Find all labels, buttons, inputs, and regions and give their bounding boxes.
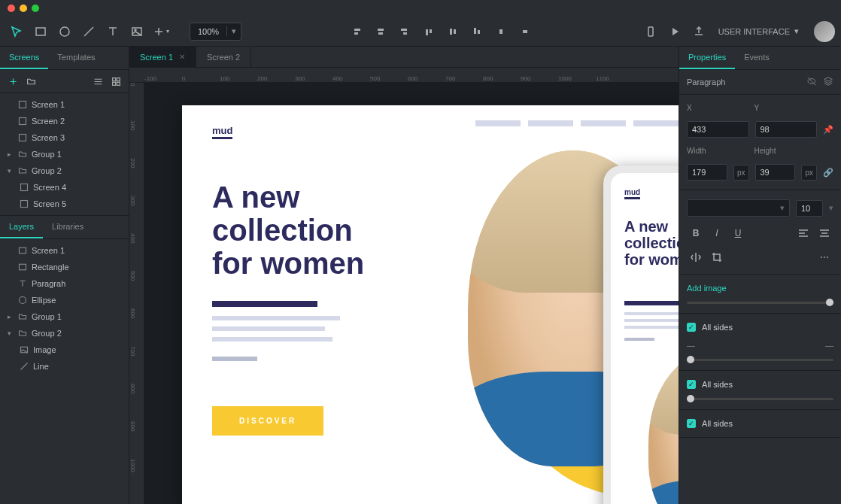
pointer-tool[interactable] [6, 21, 27, 42]
line-tool[interactable] [78, 21, 99, 42]
height-label: Height [754, 147, 785, 155]
all-sides-checkbox[interactable]: ✓ [687, 380, 696, 389]
italic-icon[interactable]: I [708, 224, 726, 242]
font-family-select[interactable]: ▾ [687, 199, 790, 217]
user-menu[interactable]: USER INTERFACE ▾ [712, 26, 805, 36]
align-left-text-icon[interactable] [794, 224, 812, 242]
text-placeholder [212, 316, 340, 367]
close-tab-icon[interactable]: ✕ [179, 53, 185, 61]
border-slider[interactable] [687, 359, 833, 361]
tab-layers[interactable]: Layers [0, 216, 43, 238]
layer-item[interactable]: Screen 1 [0, 242, 129, 259]
layer-group-item[interactable]: ▸Group 1 [0, 308, 129, 325]
width-input[interactable] [687, 164, 727, 181]
rectangle-tool[interactable] [30, 21, 51, 42]
svg-rect-6 [117, 77, 120, 80]
text-tool[interactable] [102, 21, 123, 42]
pin-icon[interactable]: 📌 [823, 125, 833, 135]
font-size-dd[interactable]: ▾ [829, 203, 833, 213]
layer-item[interactable]: Paragrah [0, 275, 129, 292]
screen-item[interactable]: Screen 5 [0, 196, 129, 212]
x-input[interactable] [687, 121, 749, 138]
group-item[interactable]: ▾Group 2 [0, 162, 129, 179]
tab-properties[interactable]: Properties [679, 47, 735, 69]
main-toolbar: ▾ 100% ▾ USER INTERFACE ▾ [0, 17, 841, 47]
add-image-link[interactable]: Add image [687, 284, 727, 293]
all-sides-checkbox[interactable]: ✓ [687, 323, 696, 332]
screens-tree: Screen 1 Screen 2 Screen 3 ▸Group 1 ▾Gro… [0, 93, 129, 215]
layer-item[interactable]: Rectangle [0, 259, 129, 275]
headline: A newcollectionfor women [624, 218, 679, 268]
width-unit[interactable]: px [733, 165, 749, 181]
ellipse-tool[interactable] [54, 21, 75, 42]
add-tool[interactable]: ▾ [150, 21, 172, 42]
user-avatar[interactable] [814, 21, 835, 42]
bold-icon[interactable]: B [687, 224, 705, 242]
artboard-mobile[interactable]: mud A newcollectionfor women [603, 165, 679, 504]
screen-item[interactable]: Screen 2 [0, 113, 129, 129]
screen-item[interactable]: Screen 1 [0, 96, 129, 113]
underline-icon[interactable]: U [729, 224, 747, 242]
flip-h-icon[interactable] [687, 248, 705, 266]
height-input[interactable] [755, 164, 796, 181]
svg-point-1 [60, 27, 69, 36]
nav-item [475, 120, 521, 126]
dash-value: — [825, 341, 833, 350]
align-left-icon[interactable] [346, 21, 367, 42]
crop-icon[interactable] [708, 248, 726, 266]
collapse-icon[interactable]: ▸ [8, 313, 14, 320]
device-icon[interactable] [640, 21, 661, 42]
align-center-text-icon[interactable] [815, 224, 833, 242]
zoom-dropdown-icon[interactable]: ▾ [226, 26, 241, 36]
align-right-icon[interactable] [394, 21, 415, 42]
folder-icon[interactable] [23, 73, 39, 90]
layers-icon[interactable] [823, 76, 833, 88]
more-icon[interactable]: ⋯ [815, 248, 833, 266]
tab-screens[interactable]: Screens [0, 47, 48, 69]
distribute-v-icon[interactable] [515, 21, 536, 42]
collapse-icon[interactable]: ▸ [8, 150, 14, 158]
layer-group-item[interactable]: ▾Group 2 [0, 325, 129, 342]
tab-events[interactable]: Events [735, 47, 779, 69]
group-item[interactable]: ▸Group 1 [0, 146, 129, 162]
all-sides-checkbox[interactable]: ✓ [687, 419, 696, 428]
canvas[interactable]: mud A newcollectionfor women DISCOVER [144, 83, 679, 504]
doc-tab[interactable]: Screen 1✕ [129, 47, 196, 67]
layers-tree: Screen 1 Rectangle Paragrah Ellipse ▸Gro… [0, 239, 129, 378]
height-unit[interactable]: px [801, 165, 817, 181]
layer-item[interactable]: Image [0, 342, 129, 358]
close-window[interactable] [8, 5, 15, 12]
visibility-icon[interactable] [806, 76, 817, 88]
layer-item[interactable]: Line [0, 358, 129, 375]
layer-item[interactable]: Ellipse [0, 292, 129, 308]
screen-item[interactable]: Screen 3 [0, 129, 129, 146]
distribute-h-icon[interactable] [490, 21, 512, 42]
tab-templates[interactable]: Templates [48, 47, 104, 69]
align-center-h-icon[interactable] [370, 21, 391, 42]
expand-icon[interactable]: ▾ [8, 167, 14, 175]
zoom-control[interactable]: 100% ▾ [190, 23, 241, 41]
y-input[interactable] [755, 121, 818, 138]
opacity-slider[interactable] [687, 302, 833, 304]
expand-icon[interactable]: ▾ [8, 329, 14, 337]
grid-view-icon[interactable] [108, 73, 124, 90]
doc-tab[interactable]: Screen 2 [196, 47, 251, 67]
align-top-icon[interactable] [418, 21, 439, 42]
svg-rect-0 [36, 28, 45, 35]
export-icon[interactable] [688, 21, 709, 42]
radius-slider[interactable] [687, 398, 833, 400]
list-view-icon[interactable] [90, 73, 106, 90]
tab-libraries[interactable]: Libraries [43, 216, 93, 238]
play-icon[interactable] [664, 21, 685, 42]
align-bottom-icon[interactable] [466, 21, 487, 42]
add-screen-icon[interactable] [5, 73, 21, 90]
screen-item[interactable]: Screen 4 [0, 179, 129, 196]
align-middle-icon[interactable] [442, 21, 463, 42]
maximize-window[interactable] [32, 5, 39, 12]
screen-icon [18, 100, 27, 109]
minimize-window[interactable] [20, 5, 27, 12]
chevron-down-icon: ▾ [794, 26, 799, 36]
image-tool[interactable] [126, 21, 147, 42]
lock-aspect-icon[interactable]: 🔗 [823, 168, 833, 178]
font-size-input[interactable] [796, 200, 823, 217]
